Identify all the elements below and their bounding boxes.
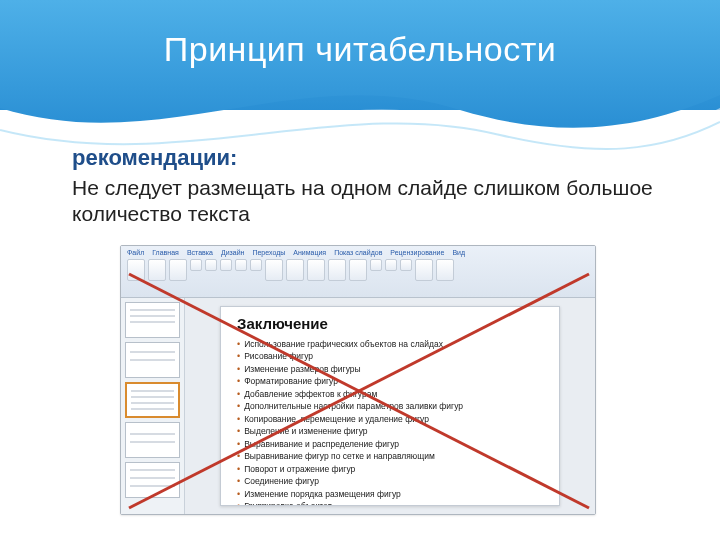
ribbon-button bbox=[190, 259, 202, 271]
example-slide-list: Использование графических объектов на сл… bbox=[237, 338, 547, 506]
ribbon-button bbox=[370, 259, 382, 271]
example-slide-title: Заключение bbox=[237, 315, 547, 332]
slide-thumb bbox=[125, 302, 180, 338]
ribbon-tab: Переходы bbox=[252, 249, 285, 256]
ribbon-tab: Вставка bbox=[187, 249, 213, 256]
slide-thumb bbox=[125, 342, 180, 378]
ribbon-button bbox=[328, 259, 346, 281]
ribbon: Файл Главная Вставка Дизайн Переходы Ани… bbox=[121, 246, 595, 298]
list-item: Выделение и изменение фигур bbox=[237, 425, 547, 437]
list-item: Соединение фигур bbox=[237, 475, 547, 487]
slide-title: Принцип читабельности bbox=[0, 30, 720, 69]
ribbon-button bbox=[169, 259, 187, 281]
recommendations-text: Не следует размещать на одном слайде сли… bbox=[72, 175, 660, 228]
thumbnail-panel bbox=[121, 298, 185, 514]
ribbon-button bbox=[286, 259, 304, 281]
ribbon-button bbox=[148, 259, 166, 281]
ribbon-button bbox=[127, 259, 145, 281]
ribbon-button bbox=[400, 259, 412, 271]
list-item: Добавление эффектов к фигурам bbox=[237, 388, 547, 400]
list-item: Копирование, перемещение и удаление фигу… bbox=[237, 413, 547, 425]
ribbon-tab: Дизайн bbox=[221, 249, 245, 256]
ribbon-tabs: Файл Главная Вставка Дизайн Переходы Ани… bbox=[127, 249, 589, 256]
ribbon-tab: Главная bbox=[152, 249, 179, 256]
ribbon-buttons bbox=[127, 259, 589, 281]
ribbon-button bbox=[415, 259, 433, 281]
ribbon-button bbox=[436, 259, 454, 281]
powerpoint-screenshot: Файл Главная Вставка Дизайн Переходы Ани… bbox=[120, 245, 596, 515]
ribbon-button bbox=[235, 259, 247, 271]
list-item: Выравнивание фигур по сетке и направляющ… bbox=[237, 450, 547, 462]
ribbon-button bbox=[385, 259, 397, 271]
slide-thumb bbox=[125, 422, 180, 458]
list-item: Изменение порядка размещения фигур bbox=[237, 488, 547, 500]
ribbon-tab: Вид bbox=[452, 249, 465, 256]
list-item: Дополнительные настройки параметров зали… bbox=[237, 400, 547, 412]
ribbon-tab: Рецензирование bbox=[390, 249, 444, 256]
workspace: Заключение Использование графических объ… bbox=[121, 298, 595, 514]
ribbon-button bbox=[250, 259, 262, 271]
list-item: Выравнивание и распределение фигур bbox=[237, 438, 547, 450]
ribbon-button bbox=[307, 259, 325, 281]
slide-thumb-selected bbox=[125, 382, 180, 418]
list-item: Рисование фигур bbox=[237, 350, 547, 362]
recommendations-label: рекомендации: bbox=[72, 145, 660, 171]
list-item: Форматирование фигур bbox=[237, 375, 547, 387]
list-item: Использование графических объектов на сл… bbox=[237, 338, 547, 350]
list-item: Поворот и отражение фигур bbox=[237, 463, 547, 475]
ribbon-button bbox=[220, 259, 232, 271]
ribbon-button bbox=[265, 259, 283, 281]
ribbon-tab: Анимация bbox=[293, 249, 326, 256]
slide-thumb bbox=[125, 462, 180, 498]
slide-editor: Заключение Использование графических объ… bbox=[185, 298, 595, 514]
ribbon-tab: Показ слайдов bbox=[334, 249, 382, 256]
example-slide: Заключение Использование графических объ… bbox=[220, 306, 560, 506]
list-item: Изменение размеров фигуры bbox=[237, 363, 547, 375]
ribbon-tab: Файл bbox=[127, 249, 144, 256]
content-area: рекомендации: Не следует размещать на од… bbox=[72, 145, 660, 228]
ribbon-button bbox=[205, 259, 217, 271]
ribbon-button bbox=[349, 259, 367, 281]
list-item: Группировка объектов bbox=[237, 500, 547, 506]
